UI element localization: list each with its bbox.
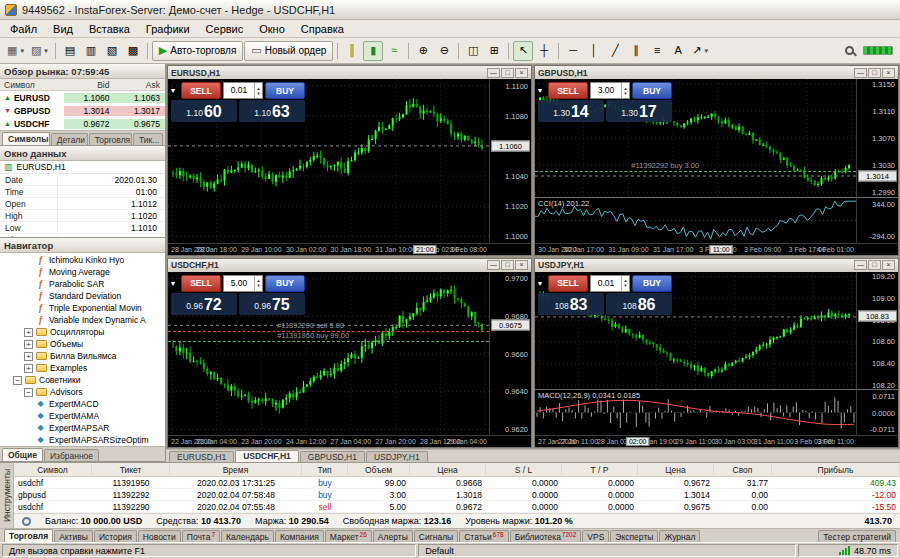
data-window-caption[interactable]: Окно данных (0, 146, 165, 161)
chart-close-button[interactable]: × (515, 68, 528, 78)
spin-down-icon[interactable]: ▾ (257, 283, 260, 288)
title-bar[interactable]: 9449562 - InstaForex-Server: Демо-счет -… (0, 0, 900, 20)
buy-button[interactable]: BUY (632, 275, 672, 292)
navigator-item[interactable]: ƒVariable Index Dynamic A (0, 314, 165, 326)
terminal-column-header[interactable]: Прибыль (772, 465, 900, 475)
buy-price-display[interactable]: 1.1063 (239, 100, 305, 122)
sell-button[interactable]: SELL (181, 82, 221, 99)
buy-button[interactable]: BUY (265, 82, 305, 99)
terminal-tab[interactable]: История (94, 530, 137, 542)
navigator-item[interactable]: +Билла Вильямса (0, 350, 165, 362)
terminal-tab[interactable]: Журнал (659, 530, 700, 542)
menu-item[interactable]: Файл (2, 22, 45, 36)
chart-restore-button[interactable]: □ (501, 68, 514, 78)
market-watch-tab[interactable]: Детали (51, 133, 88, 145)
arrows-button[interactable]: ↗▾ (689, 41, 711, 61)
chart-close-button[interactable]: × (882, 68, 895, 78)
collapse-widget-icon[interactable]: ▾ (171, 279, 179, 288)
sell-price-display[interactable]: 1.1060 (171, 100, 237, 122)
navigator-toggle[interactable]: ▧ (102, 41, 122, 61)
terminal-tab[interactable]: Торговля (4, 529, 53, 542)
buy-price-display[interactable]: 1.3017 (606, 100, 672, 122)
navigator-item[interactable]: −Advisors (0, 386, 165, 398)
algo-trading-button[interactable]: ▶Авто-торговля (152, 41, 244, 61)
trade-row[interactable]: gbpusd113922922020.02.04 07:58:48buy3.00… (14, 489, 900, 501)
buy-button[interactable]: BUY (265, 275, 305, 292)
fibonacci-button[interactable]: ≡ (647, 41, 667, 61)
menu-item[interactable]: Окно (251, 22, 293, 36)
lot-size-input[interactable]: 0.01 ▴▾ (590, 275, 630, 292)
buy-price-display[interactable]: 0.9675 (239, 293, 305, 315)
market-watch-caption[interactable]: Обзор рынка: 07:59:45 (0, 64, 165, 79)
chart-plot-area[interactable]: 1.11001.10801.10601.10401.10201.10001.10… (168, 79, 531, 243)
terminal-tab[interactable]: Компания (275, 530, 324, 542)
navigator-item[interactable]: ƒStandard Deviation (0, 290, 165, 302)
navigator-item[interactable]: ◆ExpertMAMA (0, 410, 165, 422)
market-watch-tab[interactable]: Торговля (89, 133, 132, 145)
terminal-column-header[interactable]: Цена (410, 465, 486, 475)
menu-item[interactable]: Вставка (81, 22, 138, 36)
navigator-item[interactable]: ƒParabolic SAR (0, 278, 165, 290)
chart-titlebar[interactable]: USDCHF,H1 — □ × (168, 259, 531, 272)
chart-titlebar[interactable]: EURUSD,H1 — □ × (168, 66, 531, 79)
lot-spinner[interactable]: ▴▾ (254, 276, 262, 291)
terminal-tab[interactable]: Активы (54, 530, 93, 542)
buy-price-display[interactable]: 10886 (606, 293, 672, 315)
navigator-item[interactable]: ƒTriple Exponential Movin (0, 302, 165, 314)
navigator-item[interactable]: ƒIchimoku Kinko Hyo (0, 254, 165, 266)
zoom-in-button[interactable]: ⊕ (413, 41, 433, 61)
navigator-item[interactable]: −Советники (0, 374, 165, 386)
chart-close-button[interactable]: × (882, 260, 895, 270)
expand-minus-icon[interactable]: − (13, 376, 22, 385)
connection-status[interactable]: 48.70 ms (798, 544, 898, 557)
market-watch-toggle[interactable]: ▤ (60, 41, 80, 61)
terminal-tab[interactable]: Алерты (373, 530, 413, 542)
menu-item[interactable]: Вид (45, 22, 81, 36)
expand-plus-icon[interactable]: + (24, 328, 33, 337)
vertical-line-button[interactable]: │ (584, 41, 604, 61)
menu-item[interactable]: Графики (138, 22, 198, 36)
new-chart-button[interactable]: ▦▾ (4, 41, 27, 61)
crosshair-button[interactable]: ┼ (534, 41, 554, 61)
market-watch-row[interactable]: ▼GBPUSD1.30141.3017 (0, 104, 165, 117)
navigator-item[interactable]: +Examples (0, 362, 165, 374)
chart-restore-button[interactable]: □ (501, 260, 514, 270)
trade-row[interactable]: usdchf113919502020.02.03 17:31:25buy99.0… (14, 477, 900, 489)
expand-plus-icon[interactable]: + (24, 364, 33, 373)
sell-button[interactable]: SELL (548, 82, 588, 99)
line-chart-button[interactable]: ≈ (384, 41, 404, 61)
expand-minus-icon[interactable]: − (24, 388, 33, 397)
terminal-tab[interactable]: Маркет26 (325, 530, 372, 542)
trendline-button[interactable]: ╱ (605, 41, 625, 61)
terminal-tab[interactable]: Календарь (221, 530, 274, 542)
lot-size-input[interactable]: 3.00 ▴▾ (590, 82, 630, 99)
text-button[interactable]: A (668, 41, 688, 61)
terminal-column-header[interactable]: Своп (714, 465, 772, 475)
chart-tab[interactable]: GBPUSD,H1 (300, 451, 365, 462)
terminal-tab[interactable]: Библиотека7202 (510, 530, 582, 542)
navigator-caption[interactable]: Навигатор (0, 238, 165, 253)
sell-button[interactable]: SELL (548, 275, 588, 292)
toolbox-toggle[interactable]: ▩ (123, 41, 143, 61)
collapse-widget-icon[interactable]: ▾ (538, 86, 546, 95)
terminal-column-header[interactable]: Время (170, 465, 302, 475)
terminal-column-header[interactable]: Объем (348, 465, 410, 475)
chart-minimize-button[interactable]: — (487, 68, 500, 78)
terminal-column-header[interactable]: Цена (638, 465, 714, 475)
expand-plus-icon[interactable]: + (24, 352, 33, 361)
sell-price-display[interactable]: 1.3014 (538, 100, 604, 122)
column-symbol[interactable]: Символ (0, 80, 64, 90)
chart-titlebar[interactable]: USDJPY,H1 — □ × (535, 259, 898, 272)
spin-down-icon[interactable]: ▾ (624, 283, 627, 288)
navigator-item[interactable]: ◆ExpertMAPSAR (0, 422, 165, 434)
terminal-column-header[interactable]: Тип (302, 465, 348, 475)
spin-down-icon[interactable]: ▾ (257, 91, 260, 96)
chart-tab[interactable]: USDCHF,H1 (235, 450, 299, 462)
chart-restore-button[interactable]: □ (868, 68, 881, 78)
search-button[interactable] (839, 41, 859, 61)
market-watch-tab[interactable]: Тик... (133, 133, 163, 145)
sell-price-display[interactable]: 0.9672 (171, 293, 237, 315)
chart-minimize-button[interactable]: — (854, 68, 867, 78)
terminal-tab[interactable]: Сигналы (414, 530, 458, 542)
terminal-tab[interactable]: Новости (138, 530, 181, 542)
